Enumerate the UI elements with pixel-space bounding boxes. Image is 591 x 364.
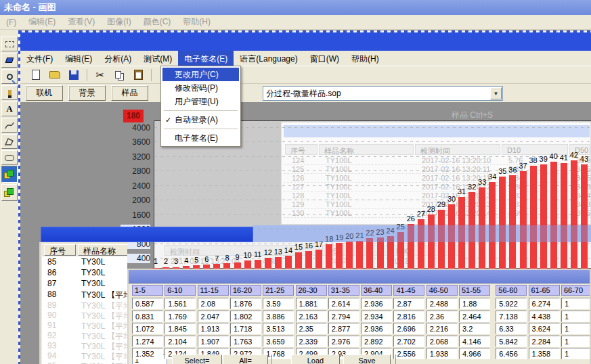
paint-menu-item[interactable]: 帮助(H) bbox=[177, 14, 217, 30]
grid-cell[interactable]: 6.456 bbox=[496, 348, 527, 359]
sop-combobox[interactable]: 分过程-微量样品.sop ▼ bbox=[263, 86, 503, 101]
load-button[interactable]: Load bbox=[291, 355, 340, 364]
grid-cell[interactable]: 0.831 bbox=[132, 311, 163, 322]
paint-tool-curve[interactable] bbox=[1, 118, 18, 133]
grid-cell[interactable]: 2.892 bbox=[361, 336, 392, 347]
grid-cell[interactable]: 1.907 bbox=[198, 336, 229, 347]
grid-cell[interactable]: 1 bbox=[561, 311, 591, 322]
grid-cell[interactable]: 1.763 bbox=[230, 336, 261, 347]
paste-button[interactable] bbox=[131, 68, 146, 82]
grid-cell[interactable]: 2.936 bbox=[361, 298, 392, 309]
paint-tool-rounded-rect[interactable] bbox=[1, 150, 18, 165]
paint-tool-fill[interactable] bbox=[1, 53, 18, 68]
menu-item[interactable]: 自动登录(A)✓ bbox=[162, 113, 239, 127]
grid-cell[interactable]: 2.068 bbox=[426, 336, 458, 347]
copy-button[interactable] bbox=[112, 68, 127, 82]
green-cube-selected-button[interactable] bbox=[1, 166, 18, 183]
grid-cell[interactable]: 1.352 bbox=[132, 348, 163, 359]
sample-table-row[interactable]: 87TY30L bbox=[42, 278, 127, 289]
paint-menu-item[interactable]: (F) bbox=[0, 16, 22, 29]
grid-cell[interactable]: 6.274 bbox=[529, 298, 560, 309]
paint-tool-brush[interactable] bbox=[1, 85, 18, 100]
grid-cell[interactable]: 2.339 bbox=[296, 336, 327, 347]
grid-cell[interactable]: 1.718 bbox=[230, 323, 261, 334]
grid-cell[interactable]: 1 bbox=[561, 298, 591, 309]
save-button[interactable]: Save bbox=[343, 355, 391, 364]
menu-item[interactable]: 用户管理(U) bbox=[162, 95, 239, 108]
grid-cell[interactable]: 1.561 bbox=[165, 298, 196, 309]
grid-cell[interactable]: 2.104 bbox=[165, 336, 196, 347]
grid-cell[interactable]: 2.08 bbox=[198, 298, 229, 309]
grid-cell[interactable]: 1.938 bbox=[426, 348, 458, 359]
combobox-dropdown-arrow[interactable]: ▼ bbox=[490, 87, 502, 99]
grid-cell[interactable]: 2.163 bbox=[296, 311, 327, 322]
menu-item[interactable]: 电子签名(E) bbox=[162, 131, 239, 145]
grid-cell[interactable]: 2.556 bbox=[393, 348, 424, 359]
grid-cell[interactable]: 1.072 bbox=[132, 323, 163, 334]
grid-cell[interactable]: 2.696 bbox=[393, 323, 424, 334]
grid-cell[interactable]: 2.614 bbox=[328, 298, 359, 309]
sample-table-row[interactable]: 86TY30L bbox=[42, 267, 127, 278]
cut-button[interactable]: ✂ bbox=[93, 68, 108, 82]
app-menu-item[interactable]: 语言(Language) bbox=[234, 51, 303, 66]
menu-item[interactable]: 修改密码(P) bbox=[162, 81, 239, 95]
grid-cell[interactable]: 6.33 bbox=[496, 323, 527, 334]
grid-cell[interactable]: 1.876 bbox=[230, 298, 261, 309]
grid-cell[interactable]: 2.87 bbox=[393, 298, 424, 309]
new-button[interactable] bbox=[28, 68, 43, 82]
app-menu-item[interactable]: 分析(A) bbox=[98, 51, 137, 66]
grid-cell[interactable]: 1.913 bbox=[198, 323, 229, 334]
grid-cell[interactable]: 2.816 bbox=[393, 311, 424, 322]
grid-cell[interactable]: 2.794 bbox=[328, 311, 359, 322]
app-button-1[interactable]: 联机 bbox=[26, 85, 63, 101]
app-button-3[interactable]: 样品 bbox=[111, 85, 148, 101]
grid-cell[interactable]: 2.976 bbox=[328, 336, 359, 347]
grid-cell[interactable]: 2.36 bbox=[426, 311, 458, 322]
grid-cell[interactable]: 3.659 bbox=[263, 336, 294, 347]
grid-cell[interactable]: 2.464 bbox=[459, 311, 490, 322]
app-menu-item[interactable]: 文件(F) bbox=[20, 51, 59, 66]
grid-cell[interactable]: 1.802 bbox=[230, 311, 261, 322]
paint-tool-magnifier[interactable] bbox=[1, 69, 18, 84]
green-cube-button[interactable] bbox=[1, 184, 18, 201]
grid-cell[interactable]: 2.877 bbox=[328, 323, 359, 334]
grid-cell[interactable]: 3.624 bbox=[529, 323, 560, 334]
grid-cell[interactable]: 1 bbox=[561, 323, 591, 334]
paint-menu-item[interactable]: 颜色(C) bbox=[137, 14, 177, 30]
grid-cell[interactable]: 4.966 bbox=[459, 348, 490, 359]
save-button[interactable] bbox=[66, 68, 81, 82]
grid-cell[interactable]: 3.2 bbox=[459, 323, 490, 334]
selection-border-top[interactable] bbox=[18, 30, 591, 32]
grid-cell[interactable]: 1 bbox=[561, 336, 591, 347]
paint-tool-text[interactable]: A bbox=[1, 101, 18, 116]
sample-table-row[interactable]: 88TY30L 【平均】 bbox=[42, 289, 127, 300]
grid-cell[interactable]: 1.845 bbox=[165, 323, 196, 334]
app-menu-item[interactable]: 编辑(E) bbox=[59, 51, 98, 66]
paint-tool-rect-select[interactable] bbox=[1, 37, 18, 51]
grid-cell[interactable]: 7.138 bbox=[496, 311, 527, 322]
grid-cell[interactable]: 3.886 bbox=[263, 311, 294, 322]
grid-cell[interactable]: 2.047 bbox=[198, 311, 229, 322]
grid-cell[interactable]: 3.59 bbox=[263, 298, 294, 309]
grid-cell[interactable]: 5.922 bbox=[496, 298, 527, 309]
paint-menu-item[interactable]: 查看(V) bbox=[62, 14, 101, 30]
app-menu-item[interactable]: 测试(M) bbox=[137, 51, 178, 66]
paint-tool-polygon[interactable] bbox=[1, 134, 18, 149]
grid-cell[interactable]: 2.936 bbox=[361, 323, 392, 334]
app-menu-item[interactable]: 电子签名(E) bbox=[178, 51, 234, 66]
sample-table-row[interactable]: 85TY30L bbox=[42, 256, 127, 267]
grid-cell[interactable]: 1.358 bbox=[529, 348, 560, 359]
app-menu-item[interactable]: 窗口(W) bbox=[304, 51, 345, 66]
grid-cell[interactable]: 4.146 bbox=[459, 336, 490, 347]
grid-cell[interactable]: 2.35 bbox=[296, 323, 327, 334]
grid-cell[interactable]: 1.88 bbox=[459, 298, 490, 309]
grid-cell[interactable]: 1.769 bbox=[165, 311, 196, 322]
grid-cell[interactable]: 1 bbox=[561, 348, 591, 359]
grid-cell[interactable]: 1.881 bbox=[296, 298, 327, 309]
grid-cell[interactable]: 2.284 bbox=[529, 336, 560, 347]
app-button-2[interactable]: 背景 bbox=[68, 85, 106, 101]
menu-item[interactable]: 更改用户(C) bbox=[162, 68, 239, 81]
paint-menu-item[interactable]: 编辑(E) bbox=[22, 14, 62, 30]
selection-border-left[interactable] bbox=[18, 30, 20, 364]
app-menu-item[interactable]: 帮助(H) bbox=[345, 51, 385, 66]
